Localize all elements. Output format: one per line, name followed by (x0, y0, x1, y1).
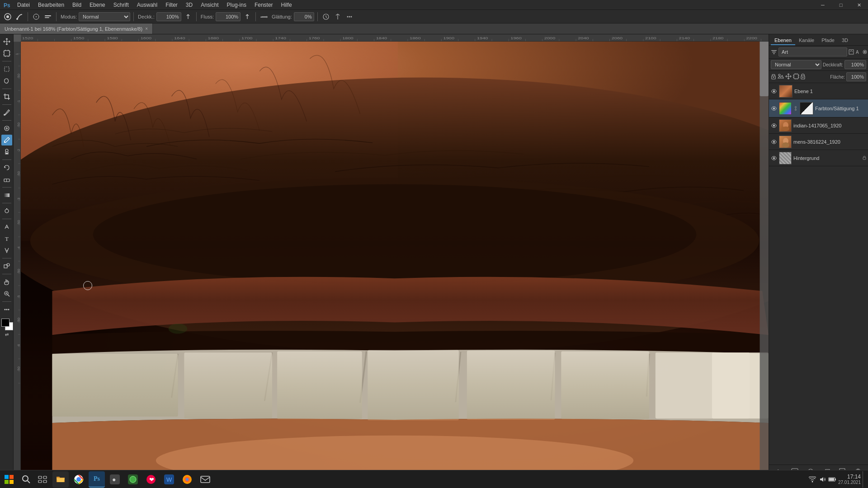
layer-item-ebene1[interactable]: Ebene 1 (769, 83, 868, 99)
menu-hilfe[interactable]: Hilfe (278, 1, 296, 9)
more-tools[interactable] (1, 304, 12, 315)
taskbar-chrome[interactable] (71, 471, 87, 488)
layer-item-huesat[interactable]: Farbton/Sättigung 1 (769, 99, 868, 117)
text-tool[interactable]: T (1, 233, 12, 244)
shape-tool[interactable] (1, 261, 12, 272)
menu-datei[interactable]: Datei (14, 1, 33, 9)
menu-bearbeiten[interactable]: Bearbeiten (34, 1, 68, 9)
eraser-tool[interactable] (1, 174, 12, 185)
svg-rect-156 (52, 354, 178, 417)
maximize-button[interactable]: □ (832, 0, 850, 10)
svg-point-4 (16, 18, 18, 20)
taskbar-file-explorer[interactable] (52, 471, 69, 488)
layer-visibility-huesat[interactable] (771, 105, 777, 112)
lock-image-icon[interactable] (778, 74, 784, 80)
hand-tool[interactable] (1, 277, 12, 287)
brush-hardness-icon (43, 12, 53, 22)
tray-network-icon[interactable] (808, 475, 816, 483)
history-tool[interactable] (1, 162, 12, 173)
menu-3d[interactable]: 3D (182, 1, 196, 9)
layer-effect-icon[interactable] (862, 48, 868, 56)
zoom-tool[interactable] (1, 288, 12, 299)
brush-picker-icon[interactable] (14, 12, 24, 22)
mode-select[interactable]: Normal Multiplizieren Negativ multipliz. (79, 12, 130, 21)
layer-visibility-indian[interactable] (771, 122, 777, 129)
brush-settings-icon[interactable] (321, 12, 331, 22)
canvas-area[interactable]: 1520 1550 1580 1600 1640 1680 (14, 34, 769, 478)
tray-battery-icon[interactable] (828, 475, 836, 483)
layer-type-icon[interactable] (849, 48, 854, 56)
layer-visibility-ebene1[interactable] (771, 88, 777, 94)
tool-separator-9 (2, 258, 11, 258)
app-icon: Ps (2, 0, 11, 9)
close-button[interactable]: ✕ (850, 0, 868, 10)
menu-bild[interactable]: Bild (69, 1, 85, 9)
layer-opacity-input[interactable] (844, 60, 866, 69)
taskbar-taskview[interactable] (34, 471, 51, 488)
layer-item-indian[interactable]: indian-1417065_1920 (769, 117, 868, 134)
tab-kanaele[interactable]: Kanäle (795, 36, 818, 45)
fill-input[interactable] (846, 72, 866, 81)
stamp-tool[interactable] (1, 146, 12, 157)
menu-ebene[interactable]: Ebene (86, 1, 109, 9)
lock-transparent-icon[interactable] (771, 73, 776, 80)
taskbar-app4[interactable]: W (161, 471, 177, 488)
svg-point-227 (77, 478, 80, 481)
minimize-button[interactable]: ─ (814, 0, 832, 10)
path-select-tool[interactable] (1, 245, 12, 256)
layer-visibility-hintergrund[interactable] (771, 155, 777, 161)
taskbar-photoshop[interactable]: Ps (89, 471, 105, 488)
taskbar-search[interactable] (18, 471, 34, 488)
opacity-input[interactable] (156, 12, 181, 21)
document-tab[interactable]: Unbenannt-1 bei 168% (Farb­ton/Sättigung… (0, 23, 153, 34)
layer-visibility-mens[interactable] (771, 139, 777, 145)
menu-filter[interactable]: Filter (162, 1, 181, 9)
artboard-tool[interactable] (1, 48, 12, 59)
menu-auswahl[interactable]: Auswahl (133, 1, 161, 9)
crop-tool[interactable] (1, 91, 12, 102)
lock-position-icon[interactable] (785, 73, 792, 80)
foreground-color-swatch[interactable] (1, 319, 9, 327)
menu-ansicht[interactable]: Ansicht (197, 1, 222, 9)
layer-search-input[interactable] (778, 47, 847, 56)
tab-close-button[interactable]: × (145, 26, 148, 31)
menu-plugins[interactable]: Plug-ins (223, 1, 250, 9)
extra-options-icon[interactable] (344, 12, 354, 22)
show-desktop-button[interactable] (863, 471, 864, 488)
opacity-pressure-icon[interactable] (183, 12, 193, 22)
blend-mode-select[interactable]: Normal Multiplizieren Weiches Licht (771, 60, 821, 69)
menu-fenster[interactable]: Fenster (251, 1, 277, 9)
tab-pfade[interactable]: Pfade (818, 36, 838, 45)
smoothing-input[interactable] (294, 12, 314, 21)
layer-name-icon[interactable]: A (855, 48, 861, 56)
layer-item-hintergrund[interactable]: Hintergrund (769, 150, 868, 166)
brush-tool[interactable] (1, 135, 12, 145)
lasso-tool[interactable] (1, 75, 12, 86)
healing-tool[interactable] (1, 123, 12, 134)
pen-tool[interactable] (1, 221, 12, 232)
layer-item-mens[interactable]: mens-3816224_1920 (769, 134, 868, 150)
taskbar-firefox[interactable] (179, 471, 195, 488)
switch-colors-icon[interactable]: ⇄ (5, 332, 9, 337)
symmetry-icon[interactable] (333, 12, 343, 22)
taskbar-app1[interactable]: ● (107, 471, 123, 488)
eyedropper-tool[interactable] (1, 107, 12, 118)
marquee-tool[interactable] (1, 64, 12, 75)
tab-ebenen[interactable]: Ebenen (771, 36, 795, 45)
flow-pressure-icon[interactable] (242, 12, 252, 22)
move-tool[interactable] (1, 36, 12, 47)
tab-3d[interactable]: 3D (838, 36, 852, 45)
lock-artboard-icon[interactable] (793, 73, 799, 80)
taskbar-app2[interactable] (125, 471, 141, 488)
svg-rect-223 (38, 480, 42, 483)
menu-schrift[interactable]: Schrift (110, 1, 132, 9)
tray-volume-icon[interactable] (818, 475, 826, 483)
dodge-tool[interactable] (1, 206, 12, 216)
gradient-tool[interactable] (1, 190, 12, 201)
start-button[interactable] (0, 470, 18, 488)
taskbar-mail[interactable] (197, 471, 213, 488)
lock-all-icon[interactable] (801, 73, 805, 80)
airbrush-icon[interactable] (259, 12, 269, 22)
taskbar-app3[interactable]: ❤ (143, 471, 159, 488)
flow-input[interactable] (216, 12, 241, 21)
